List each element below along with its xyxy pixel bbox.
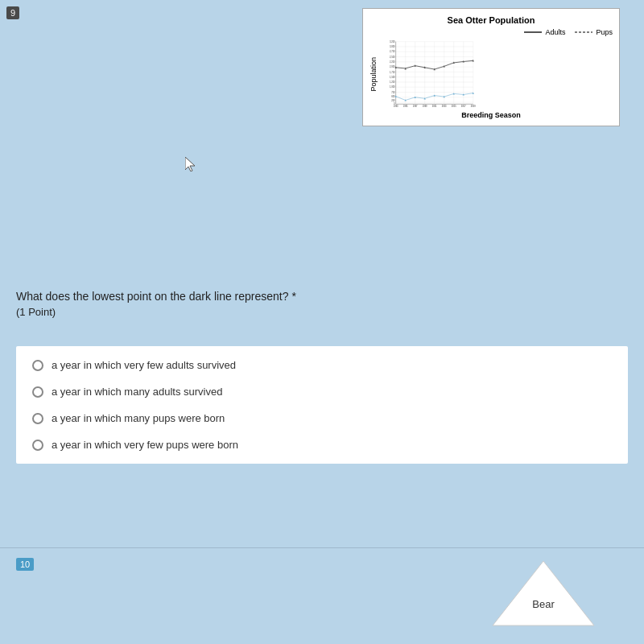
svg-text:3,250: 3,250 — [390, 40, 395, 43]
svg-text:2009: 2009 — [471, 105, 476, 107]
svg-text:750: 750 — [391, 91, 395, 94]
svg-text:1995: 1995 — [403, 105, 408, 107]
legend-adults: Adults — [524, 28, 565, 36]
chart-title: Sea Otter Population — [369, 15, 613, 25]
question-text: What does the lowest point on the dark l… — [16, 290, 628, 303]
svg-marker-67 — [185, 157, 195, 171]
option-label-2: a year in which many adults survived — [52, 386, 222, 398]
bear-triangle-svg — [491, 559, 596, 628]
svg-text:2001: 2001 — [432, 105, 437, 107]
question-text-area: What does the lowest point on the dark l… — [16, 290, 628, 318]
chart-svg: 3,250 3,000 2,750 2,500 2,250 2,000 1,75… — [379, 39, 484, 107]
cursor-pointer — [185, 157, 195, 171]
svg-text:3,000: 3,000 — [390, 45, 395, 48]
option-row-1[interactable]: a year in which very few adults survived — [32, 359, 612, 371]
svg-text:2007: 2007 — [461, 105, 466, 107]
question-points: (1 Point) — [16, 306, 628, 318]
svg-text:2,750: 2,750 — [390, 50, 395, 53]
svg-text:2,000: 2,000 — [390, 65, 395, 68]
radio-option-3[interactable] — [32, 413, 43, 424]
svg-text:2005: 2005 — [452, 105, 456, 107]
svg-text:1,000: 1,000 — [390, 85, 395, 89]
radio-option-1[interactable] — [32, 360, 43, 371]
svg-text:250: 250 — [391, 99, 395, 102]
bear-label: Bear — [532, 598, 554, 610]
option-row-4[interactable]: a year in which very few pups were born — [32, 439, 612, 451]
bear-triangle-wrapper: Bear — [491, 559, 596, 628]
y-axis-label: Population — [369, 57, 378, 92]
legend-pups: Pups — [575, 28, 613, 36]
question-10-badge: 10 — [16, 558, 34, 571]
svg-text:2,500: 2,500 — [390, 56, 395, 59]
svg-text:1,750: 1,750 — [390, 71, 395, 74]
option-row-3[interactable]: a year in which many pups were born — [32, 412, 612, 424]
bear-triangle-container: Bear — [491, 559, 596, 628]
option-row-2[interactable]: a year in which many adults survived — [32, 386, 612, 398]
question-9-badge: 9 — [6, 6, 19, 19]
options-area: a year in which very few adults survived… — [16, 346, 628, 464]
x-axis-label: Breeding Season — [369, 111, 613, 119]
svg-marker-66 — [493, 561, 594, 625]
chart-container: Sea Otter Population Adults Pups Populat… — [362, 8, 620, 126]
svg-text:2,250: 2,250 — [390, 60, 395, 64]
option-label-4: a year in which very few pups were born — [52, 439, 238, 451]
svg-text:0: 0 — [394, 102, 395, 105]
option-label-3: a year in which many pups were born — [52, 412, 225, 424]
svg-text:2003: 2003 — [442, 105, 447, 107]
svg-text:1,500: 1,500 — [390, 76, 395, 79]
radio-option-2[interactable] — [32, 386, 43, 398]
radio-option-4[interactable] — [32, 440, 43, 451]
svg-text:1997: 1997 — [413, 105, 418, 107]
option-label-1: a year in which very few adults survived — [52, 359, 236, 371]
svg-marker-57 — [395, 96, 397, 97]
svg-text:1,250: 1,250 — [390, 80, 395, 84]
svg-text:1999: 1999 — [423, 105, 427, 107]
svg-text:600: 600 — [391, 95, 395, 98]
